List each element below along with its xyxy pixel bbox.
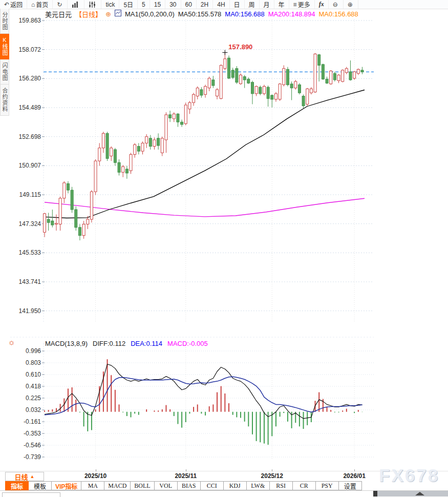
fx-button[interactable]: fx — [315, 0, 329, 9]
draw-tools-button[interactable] — [84, 0, 101, 9]
zoom-out-button[interactable]: ⊖ — [329, 0, 344, 9]
period-2h-button[interactable]: 2H — [197, 0, 213, 9]
more-button[interactable]: ≡更多 — [289, 0, 315, 9]
svg-text:0.610: 0.610 — [26, 371, 41, 378]
cr-button[interactable]: CR — [293, 481, 316, 490]
ma0-orange-value: MA0:156.688 — [319, 10, 358, 18]
tab-lightning-chart[interactable]: 闪电图 — [0, 59, 9, 85]
left-sidebar: 分时图K线图闪电图合约资料 — [0, 9, 9, 116]
svg-text:0.225: 0.225 — [26, 395, 41, 402]
svg-text:147.324: 147.324 — [19, 220, 41, 227]
macd-value: MACD:-0.005 — [167, 340, 208, 347]
period-selector-label: 日线 — [15, 472, 28, 482]
candles-group — [44, 52, 364, 240]
diff-line — [45, 364, 362, 419]
svg-text:0.418: 0.418 — [26, 383, 41, 390]
period-60m-button[interactable]: 60 — [181, 0, 197, 9]
svg-text:0.803: 0.803 — [26, 359, 41, 366]
period-week-button[interactable]: 周 — [245, 0, 260, 9]
macd-button[interactable]: MACD — [104, 481, 131, 490]
month-tick-mark — [96, 469, 96, 471]
ma-button[interactable]: MA — [81, 481, 104, 490]
tab-time-chart[interactable]: 分时图 — [0, 9, 9, 34]
svg-text:152.698: 152.698 — [19, 133, 41, 140]
period-month-button[interactable]: 月 — [260, 0, 274, 9]
svg-text:156.280: 156.280 — [19, 75, 41, 82]
dea-value: DEA:0.114 — [131, 340, 162, 347]
period-month-button-label: 月 — [264, 0, 270, 9]
y-axis-labels: 159.863158.072156.280154.489152.698150.9… — [19, 17, 45, 461]
period-15m-button-label: 15 — [154, 1, 161, 8]
svg-text:-0.161: -0.161 — [24, 418, 41, 425]
month-label: 2025/11 — [170, 472, 201, 480]
refresh-button[interactable]: ↻ — [53, 0, 68, 9]
cci-button[interactable]: CCI — [201, 481, 224, 490]
tab-contract-info[interactable]: 合约资料 — [0, 85, 9, 116]
vip-indicator-button[interactable]: VIP指标 — [52, 481, 81, 490]
diff-value: DIFF:0.112 — [93, 340, 125, 347]
back-button[interactable]: ↶返回 — [0, 0, 27, 9]
candlestick-and-macd-chart[interactable]: 159.863158.072156.280154.489152.698150.9… — [0, 15, 448, 469]
lw-button[interactable]: LW& — [247, 481, 270, 490]
zoom-in-button[interactable]: ⊕ — [344, 0, 358, 9]
bias-button[interactable]: BIAS — [178, 481, 201, 490]
tab-kline-chart[interactable]: K线图 — [0, 34, 9, 59]
boll-button[interactable]: BOLL — [131, 481, 154, 490]
horizontal-scrollbar[interactable] — [377, 491, 448, 496]
draw-tools-icon — [89, 2, 96, 8]
month-tick-mark — [354, 469, 355, 471]
template-tab-button[interactable]: 模板 — [29, 481, 52, 490]
period-2h-button-label: 2H — [201, 1, 208, 8]
period-5m-button[interactable]: 5 — [138, 0, 150, 9]
svg-text:159.863: 159.863 — [19, 17, 41, 24]
macd-histogram — [45, 359, 362, 445]
scroll-handle-icon[interactable] — [415, 492, 424, 495]
indicator-tab-button[interactable]: 指标 — [5, 481, 29, 490]
dea-line — [45, 377, 362, 415]
indicator-gear-icon[interactable]: ☼ — [8, 338, 15, 346]
svg-text:-0.546: -0.546 — [24, 442, 41, 449]
kdj-button[interactable]: KDJ — [224, 481, 247, 490]
period-60m-button-label: 60 — [185, 1, 192, 8]
chart-style-icon — [72, 2, 79, 8]
back-button-label: 返回 — [10, 0, 23, 9]
ma-settings-label: MA1(50,0,200,0) — [125, 10, 175, 18]
indicator-toolbar: 指标模板VIP指标MAMACDBOLLVOLBIASCCIKDJLW&RSICR… — [0, 481, 448, 491]
price-annotation: 157.890 — [222, 43, 252, 55]
svg-text:157.890: 157.890 — [228, 43, 252, 51]
triangle-up-icon: ▲ — [30, 474, 35, 479]
period-30m-button[interactable]: 30 — [165, 0, 181, 9]
home-button[interactable]: ⌂首页 — [27, 0, 53, 9]
settings-button[interactable]: 设置 — [339, 481, 362, 490]
period-selector[interactable]: 日线 ▲ — [5, 472, 44, 481]
bottom-strip — [0, 491, 448, 497]
month-tick-mark — [186, 469, 186, 471]
period-year-button-label: 年 — [279, 0, 285, 9]
svg-text:145.533: 145.533 — [19, 249, 41, 256]
chart-style-button[interactable] — [68, 0, 84, 9]
period-year-button[interactable]: 年 — [274, 0, 289, 9]
date-axis-row: 日线 ▲ 2025/102025/112025/122026/01 — [0, 471, 448, 482]
period-15m-button[interactable]: 15 — [150, 0, 165, 9]
svg-text:154.489: 154.489 — [19, 104, 41, 111]
macd-header: MACD(13,8,9) DIFF:0.112 DEA:0.114 MACD:-… — [45, 339, 208, 347]
period-tick-button[interactable]: tick — [101, 0, 119, 9]
period-day-button-label: 日 — [234, 0, 240, 9]
period-tag: 【日线】 — [75, 9, 102, 19]
trading-app: ↶返回⌂首页↻tick5日51530602H4H日周月年≡更多fx⊖⊕ 分时图K… — [0, 0, 448, 497]
home-button-label: 首页 — [36, 0, 48, 9]
top-toolbar: ↶返回⌂首页↻tick5日51530602H4H日周月年≡更多fx⊖⊕ — [0, 0, 448, 9]
psy-button[interactable]: PSY — [316, 481, 339, 490]
period-day-button[interactable]: 日 — [230, 0, 245, 9]
svg-text:143.741: 143.741 — [19, 278, 41, 285]
more-icon: ≡ — [293, 2, 297, 8]
period-tick-button-label: tick — [105, 1, 115, 8]
symbol-title: 美元日元 — [45, 9, 72, 19]
circle-plus-icon[interactable]: ⊕ — [105, 10, 111, 18]
period-4h-button-label: 4H — [217, 1, 225, 8]
rsi-button[interactable]: RSI — [270, 481, 293, 490]
ma-chart-icon[interactable] — [115, 10, 121, 18]
period-4h-button[interactable]: 4H — [213, 0, 229, 9]
vol-button[interactable]: VOL — [155, 481, 178, 490]
period-5d-button[interactable]: 5日 — [119, 0, 138, 9]
